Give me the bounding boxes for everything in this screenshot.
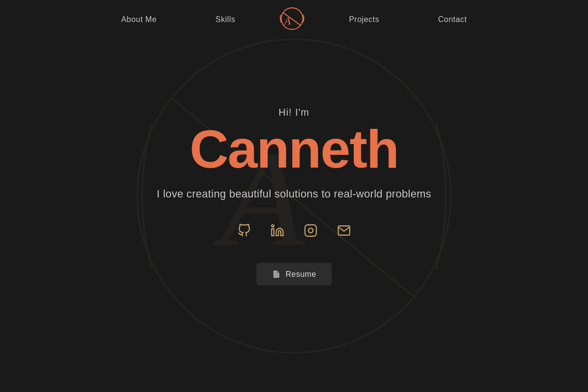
github-icon[interactable] xyxy=(237,224,251,238)
hero-name: Canneth xyxy=(0,122,588,176)
hero-section: Hi! I'm Canneth I love creating beautifu… xyxy=(0,107,588,286)
svg-point-7 xyxy=(271,225,274,227)
resume-button[interactable]: Resume xyxy=(256,263,332,286)
social-icons-group xyxy=(0,224,588,238)
nav-skills[interactable]: Skills xyxy=(216,15,235,24)
gmail-icon[interactable] xyxy=(337,224,351,238)
resume-icon xyxy=(272,270,281,279)
hero-tagline: I love creating beautiful solutions to r… xyxy=(0,188,588,200)
nav-logo[interactable]: A xyxy=(279,6,305,31)
svg-rect-6 xyxy=(271,229,274,236)
svg-rect-8 xyxy=(305,225,316,236)
linkedin-icon[interactable] xyxy=(270,224,284,238)
nav: About Me Skills A Projects Contact xyxy=(0,0,588,39)
greeting-text: Hi! I'm xyxy=(0,107,588,118)
svg-text:A: A xyxy=(283,15,291,27)
nav-contact[interactable]: Contact xyxy=(438,15,467,24)
resume-label: Resume xyxy=(286,270,317,279)
nav-projects[interactable]: Projects xyxy=(349,15,379,24)
instagram-icon[interactable] xyxy=(304,224,318,238)
nav-about[interactable]: About Me xyxy=(121,15,156,24)
